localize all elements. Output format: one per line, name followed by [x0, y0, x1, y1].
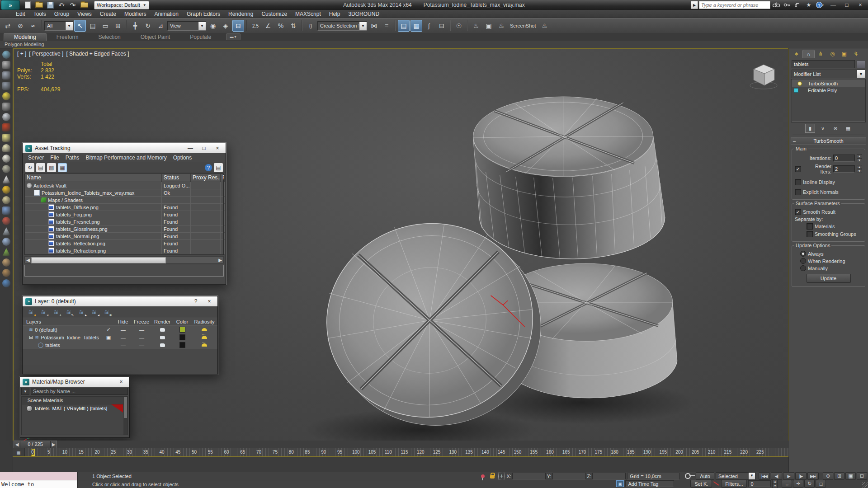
render-setup-dialog-icon[interactable]	[2, 61, 10, 69]
menu-group[interactable]: Group	[50, 11, 73, 17]
robot-camera-icon[interactable]	[2, 123, 10, 131]
scroll-right-icon[interactable]: ▶	[217, 258, 223, 263]
spinner-snap-icon[interactable]: ⇅	[288, 20, 299, 32]
freeze-toggle[interactable]: —	[132, 333, 151, 341]
shading-moon-icon[interactable]	[2, 113, 10, 121]
schematic-view-icon[interactable]: ⊟	[436, 20, 448, 32]
table-row[interactable]: tablets_Fresnel.pngFound	[25, 218, 223, 225]
menu-customize[interactable]: Customize	[257, 11, 291, 17]
material-browser-titlebar[interactable]: » Material/Map Browser ×	[20, 377, 129, 387]
z-coordinate-field[interactable]	[592, 473, 626, 479]
column-header-layers[interactable]: Layers	[23, 318, 103, 325]
column-header-p[interactable]: P	[221, 174, 225, 182]
tab-motion[interactable]: ◎	[827, 50, 838, 58]
ribbon-tab-modeling[interactable]: Modeling	[4, 33, 47, 41]
column-header-freeze[interactable]: Freeze	[132, 318, 151, 325]
ribbon-minimize-dropdown[interactable]: ▬ ▾	[226, 33, 241, 40]
manually-radio[interactable]	[800, 265, 806, 271]
select-by-name-icon[interactable]: ▤	[87, 20, 99, 32]
scene-explorer-icon[interactable]: ▦	[410, 20, 422, 32]
camera-lister-icon[interactable]	[2, 103, 10, 111]
open-file-button[interactable]	[34, 1, 44, 9]
highlight-selected-layer-icon[interactable]: ≋◂	[90, 308, 99, 316]
current-frame-field[interactable]: 0	[748, 480, 771, 487]
close-button[interactable]: ×	[116, 379, 127, 385]
select-and-manipulate-icon[interactable]: ◈	[220, 20, 231, 32]
menu-help[interactable]: Help	[325, 11, 344, 17]
render-iters-checkbox[interactable]: ✓	[795, 166, 801, 172]
select-objects-in-layer-icon[interactable]: ≋↖	[64, 308, 73, 316]
zoom-extents-button[interactable]: ▣	[845, 472, 856, 480]
selection-lock-icon[interactable]	[490, 475, 495, 479]
materials-checkbox[interactable]	[807, 223, 813, 230]
material-search-input[interactable]: Search by Name ...	[31, 388, 128, 395]
table-row[interactable]: tablets_Diffuse.pngFound	[25, 204, 223, 211]
tab-modify[interactable]: ∩	[802, 50, 815, 58]
grass-icon[interactable]	[2, 248, 10, 256]
viewport-menu-plus[interactable]: [ + ]	[17, 51, 26, 57]
track-bar[interactable]: ▦ 05101520253035404550556065707580859095…	[13, 448, 789, 456]
current-layer-mark[interactable]	[103, 341, 114, 349]
asset-menu-options[interactable]: Options	[170, 155, 194, 161]
layer-window-titlebar[interactable]: » Layer: 0 (default) ? ×	[23, 296, 217, 306]
time-tag-icon[interactable]: ▣	[616, 480, 624, 487]
light-lister-icon[interactable]	[2, 92, 10, 100]
show-end-result-icon[interactable]: ▮	[805, 124, 815, 133]
update-button[interactable]: Update	[807, 274, 851, 283]
time-slider-track[interactable]: ◀ 0 / 225 ▶	[13, 441, 789, 449]
column-header-name[interactable]: Name	[25, 174, 162, 182]
bind-to-spacewarp-icon[interactable]: ≈	[27, 20, 39, 32]
named-selection-set-select[interactable]: Create Selection S▼	[317, 21, 367, 31]
menu-graph-editors[interactable]: Graph Editors	[183, 11, 224, 17]
pin-stack-icon[interactable]: –	[793, 124, 802, 133]
selection-filter-select[interactable]: All▼	[44, 21, 73, 31]
chevron-down-icon[interactable]: ▼	[21, 388, 29, 395]
modifier-stack-item[interactable]: Editable Poly	[792, 87, 865, 94]
render-iters-field[interactable]: 2	[833, 165, 855, 173]
expand-icon[interactable]: ⊟	[29, 334, 33, 340]
object-name-field[interactable]: tablets	[792, 60, 855, 68]
rectangular-selection-region-icon[interactable]: ▭	[99, 20, 111, 32]
save-file-button[interactable]	[45, 1, 55, 9]
current-layer-mark[interactable]: ▣	[103, 333, 114, 341]
select-and-rotate-icon[interactable]: ↻	[142, 20, 154, 32]
orbit-button[interactable]: ↻	[804, 480, 815, 488]
go-to-end-button[interactable]: ▶▶|	[807, 472, 819, 480]
render-iters-spinner[interactable]: ▲▼	[857, 165, 862, 173]
menu-maxscript[interactable]: MAXScript	[291, 11, 325, 17]
layer-row[interactable]: ≋0 (default)✓——	[23, 326, 217, 333]
radiosity-toggle[interactable]	[191, 333, 217, 341]
update-option-manually[interactable]: Manually	[795, 265, 862, 271]
mirror-icon[interactable]: ⋈	[368, 20, 380, 32]
time-slider-handle[interactable]: ◀ 0 / 225 ▶	[14, 441, 57, 448]
window-crossing-icon[interactable]: ⊞	[112, 20, 124, 32]
tab-display[interactable]: ▣	[839, 50, 850, 58]
column-header-color[interactable]: Color	[173, 318, 191, 325]
layer-color-cell[interactable]	[173, 333, 191, 341]
maximize-button[interactable]: □	[198, 145, 209, 151]
dome-primitive-icon[interactable]	[2, 144, 10, 152]
favorites-star-icon[interactable]: ★	[804, 1, 814, 9]
keyboard-shortcut-override-icon[interactable]: ⊟	[232, 20, 244, 32]
key-mode-toggle-button[interactable]: ↔	[782, 480, 792, 488]
curve-editor-icon[interactable]: ∫	[423, 20, 435, 32]
column-header-hide[interactable]: Hide	[114, 318, 132, 325]
set-current-layer-icon[interactable]: ≋▸	[77, 308, 86, 316]
material-item[interactable]: tablets_MAT ( VRayMtl ) [tablets]	[22, 404, 123, 413]
close-button[interactable]: ×	[212, 145, 223, 151]
scene-materials-group-header[interactable]: - Scene Materials	[22, 397, 127, 404]
list-view-icon[interactable]: ▤	[36, 163, 45, 172]
thumbnail-view-icon[interactable]: ▧	[47, 163, 56, 172]
menu-create[interactable]: Create	[96, 11, 120, 17]
zoom-all-button[interactable]: ⊞	[834, 472, 844, 480]
table-row[interactable]: tablets_Glossiness.pngFound	[25, 225, 223, 233]
column-header-render[interactable]: Render	[151, 318, 173, 325]
freeze-toggle[interactable]: —	[132, 326, 151, 333]
redo-button[interactable]: ↷▾	[68, 1, 78, 9]
previous-frame-button[interactable]: ◀|	[771, 472, 782, 480]
select-and-link-icon[interactable]: ⇄	[2, 20, 14, 32]
asset-info-icon[interactable]: ▤	[214, 163, 223, 172]
x-coordinate-field[interactable]	[512, 473, 546, 479]
disc-primitive-icon[interactable]	[2, 155, 10, 163]
turbosmooth-rollout-header[interactable]: – TurboSmooth	[791, 137, 866, 145]
